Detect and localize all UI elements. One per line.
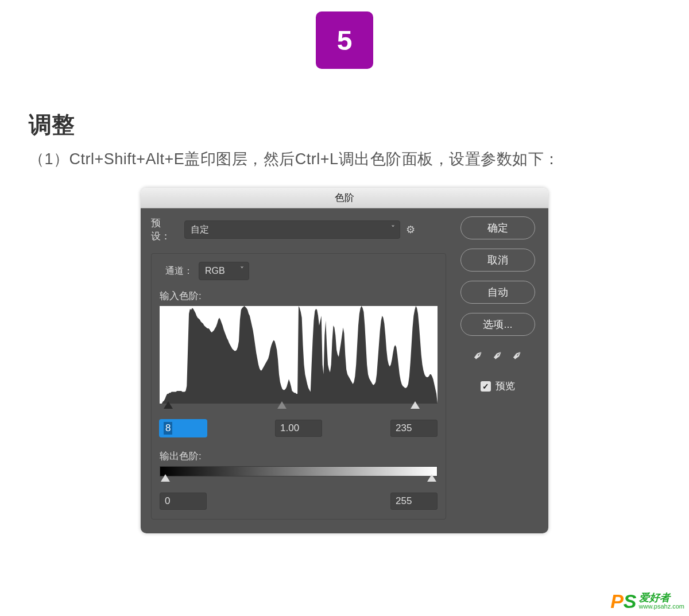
input-slider-track[interactable]	[160, 402, 438, 412]
input-levels-label: 输入色阶:	[160, 289, 438, 303]
step-number: 5	[337, 25, 353, 56]
watermark-url: www.psahz.com	[639, 603, 684, 610]
ok-button[interactable]: 确定	[460, 216, 535, 239]
output-low-handle[interactable]	[161, 474, 170, 482]
gray-point-eyedropper-icon[interactable]: ✒	[489, 347, 506, 365]
output-levels-label: 输出色阶:	[160, 450, 438, 463]
gear-icon[interactable]: ⚙	[406, 223, 415, 236]
dialog-title: 色阶	[141, 188, 548, 208]
levels-fieldset: 通道： RGB 输入色阶: 8 1.00 235	[151, 253, 446, 520]
output-high-handle[interactable]	[427, 474, 436, 482]
channel-value: RGB	[205, 266, 225, 276]
options-button[interactable]: 选项...	[460, 313, 535, 336]
input-values-row: 8 1.00 235	[160, 420, 438, 437]
channel-select[interactable]: RGB	[199, 262, 249, 280]
instruction-text: （1）Ctrl+Shift+Alt+E盖印图层，然后Ctrl+L调出色阶面板，设…	[29, 149, 689, 169]
midtone-slider-handle[interactable]	[277, 401, 287, 409]
output-values-row: 0 255	[160, 493, 438, 510]
shadow-input[interactable]: 8	[160, 420, 207, 437]
watermark-cn: 爱好者	[639, 592, 684, 603]
watermark: PS 爱好者 www.psahz.com	[610, 590, 684, 613]
black-point-eyedropper-icon[interactable]: ✒	[469, 347, 487, 365]
preset-row: 预设： 自定 ⚙	[151, 216, 446, 243]
preset-value: 自定	[191, 224, 209, 236]
step-number-badge: 5	[316, 11, 373, 69]
preview-label: 预览	[496, 379, 515, 393]
channel-label: 通道：	[165, 265, 193, 277]
preset-label: 预设：	[151, 216, 179, 243]
eyedropper-row: ✒ ✒ ✒	[473, 348, 522, 363]
auto-button[interactable]: 自动	[460, 281, 535, 304]
histogram-svg	[160, 306, 438, 404]
output-high-input[interactable]: 255	[390, 493, 438, 510]
channel-row: 通道： RGB	[160, 262, 438, 280]
levels-dialog: 色阶 预设： 自定 ⚙ 通道： RGB 输入色阶:	[141, 188, 548, 533]
highlight-slider-handle[interactable]	[411, 401, 420, 409]
preview-checkbox[interactable]: ✓	[481, 381, 491, 392]
dialog-left-column: 预设： 自定 ⚙ 通道： RGB 输入色阶:	[151, 216, 446, 520]
watermark-logo: PS	[610, 590, 636, 613]
preset-select[interactable]: 自定	[184, 220, 400, 239]
section-heading: 调整	[29, 109, 689, 141]
midtone-input[interactable]: 1.00	[275, 420, 322, 437]
output-slider-track[interactable]	[160, 475, 438, 485]
white-point-eyedropper-icon[interactable]: ✒	[508, 347, 526, 365]
shadow-slider-handle[interactable]	[164, 401, 173, 409]
output-low-input[interactable]: 0	[160, 493, 207, 510]
dialog-right-column: 确定 取消 自动 选项... ✒ ✒ ✒ ✓ 预览	[458, 216, 538, 520]
dialog-body: 预设： 自定 ⚙ 通道： RGB 输入色阶:	[141, 208, 548, 533]
cancel-button[interactable]: 取消	[460, 249, 535, 272]
highlight-input[interactable]: 235	[390, 420, 438, 437]
histogram-chart	[160, 306, 438, 404]
preview-row[interactable]: ✓ 预览	[481, 379, 515, 393]
